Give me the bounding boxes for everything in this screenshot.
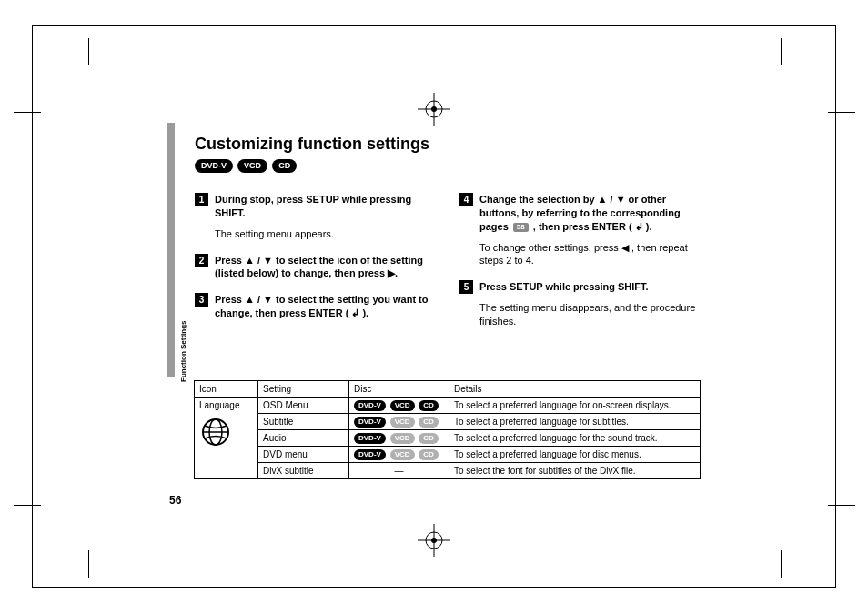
table-row: Language OSD Menu DVD-V VCD xyxy=(195,398,701,414)
badge-cd-disabled: CD xyxy=(419,417,439,428)
badge-vcd: VCD xyxy=(237,159,267,173)
badge-cd: CD xyxy=(419,400,439,411)
step-number-icon: 5 xyxy=(459,280,473,294)
step-5: 5 Press SETUP while pressing SHIFT. The … xyxy=(459,280,701,328)
details-cell: To select a preferred language for subti… xyxy=(449,414,701,430)
badge-dvd-v: DVD-V xyxy=(195,159,233,173)
content-area: Customizing function settings DVD-V VCD … xyxy=(195,135,701,341)
badge-vcd: VCD xyxy=(390,400,415,411)
page-number: 56 xyxy=(169,494,181,507)
step-4: 4 Change the selection by ▲ / ▼ or other… xyxy=(459,193,701,267)
badge-vcd-disabled: VCD xyxy=(390,449,415,460)
language-globe-icon xyxy=(199,416,232,448)
step-title: Change the selection by ▲ / ▼ or other b… xyxy=(479,193,701,234)
steps-columns: 1 During stop, press SETUP while pressin… xyxy=(195,193,701,341)
col-disc: Disc xyxy=(349,381,449,398)
icon-label: Language xyxy=(199,400,253,410)
step-title: Press ▲ / ▼ to select the icon of the se… xyxy=(215,254,436,281)
table-row: DivX subtitle — To select the font for s… xyxy=(195,463,701,479)
step-title-post: , then press ENTER ( ↲ ). xyxy=(530,221,652,232)
table-row: Audio DVD-V VCD CD To select a preferred… xyxy=(195,430,701,447)
details-cell: To select a preferred language for disc … xyxy=(449,447,701,463)
step-number-icon: 2 xyxy=(195,254,208,267)
supported-formats: DVD-V VCD CD xyxy=(195,159,701,173)
details-cell: To select a preferred language for the s… xyxy=(449,430,701,447)
badge-cd-disabled: CD xyxy=(419,433,439,444)
section-label: Function Settings xyxy=(179,320,187,382)
details-cell: To select a preferred language for on-sc… xyxy=(449,398,701,414)
step-number-icon: 1 xyxy=(195,193,208,206)
badge-dvd-v: DVD-V xyxy=(354,400,386,411)
step-body: The setting menu disappears, and the pro… xyxy=(479,301,701,328)
step-number-icon: 3 xyxy=(195,293,208,307)
setting-cell: OSD Menu xyxy=(258,398,349,414)
step-number-icon: 4 xyxy=(459,193,473,206)
page-ref-badge: 58 xyxy=(513,223,529,233)
step-3: 3 Press ▲ / ▼ to select the setting you … xyxy=(195,293,436,320)
badge-dvd-v: DVD-V xyxy=(354,449,386,460)
step-2: 2 Press ▲ / ▼ to select the icon of the … xyxy=(195,254,436,281)
disc-cell: — xyxy=(349,463,449,479)
step-body: The setting menu appears. xyxy=(215,227,436,241)
settings-table: Icon Setting Disc Details Language xyxy=(194,380,701,479)
disc-cell: DVD-V VCD CD xyxy=(349,398,449,414)
steps-col-left: 1 During stop, press SETUP while pressin… xyxy=(195,193,436,341)
badge-cd: CD xyxy=(272,159,297,173)
badge-vcd-disabled: VCD xyxy=(390,433,415,444)
badge-dvd-v: DVD-V xyxy=(354,417,386,428)
disc-cell: DVD-V VCD CD xyxy=(349,414,449,430)
table-row: Subtitle DVD-V VCD CD To select a prefer… xyxy=(195,414,701,430)
setting-cell: DVD menu xyxy=(258,447,349,463)
badge-cd-disabled: CD xyxy=(419,449,439,460)
step-title: Press ▲ / ▼ to select the setting you wa… xyxy=(215,293,436,320)
step-1: 1 During stop, press SETUP while pressin… xyxy=(195,193,436,241)
col-setting: Setting xyxy=(258,381,349,398)
disc-cell: DVD-V VCD CD xyxy=(349,447,449,463)
steps-col-right: 4 Change the selection by ▲ / ▼ or other… xyxy=(459,193,701,341)
details-cell: To select the font for subtitles of the … xyxy=(449,463,701,479)
setting-cell: DivX subtitle xyxy=(258,463,349,479)
setting-cell: Subtitle xyxy=(258,414,349,430)
step-title: Press SETUP while pressing SHIFT. xyxy=(479,280,701,294)
step-body: To change other settings, press ◀ , then… xyxy=(479,241,701,268)
col-icon: Icon xyxy=(195,381,258,398)
table-header-row: Icon Setting Disc Details xyxy=(195,381,701,398)
badge-vcd-disabled: VCD xyxy=(390,417,415,428)
setting-cell: Audio xyxy=(258,430,349,447)
badge-dvd-v: DVD-V xyxy=(354,433,386,444)
page-title: Customizing function settings xyxy=(195,135,701,154)
icon-cell: Language xyxy=(195,398,258,479)
section-tab-bar xyxy=(167,123,175,377)
table-row: DVD menu DVD-V VCD CD To select a prefer… xyxy=(195,447,701,463)
step-title: During stop, press SETUP while pressing … xyxy=(215,193,436,220)
col-details: Details xyxy=(449,381,701,398)
disc-cell: DVD-V VCD CD xyxy=(349,430,449,447)
